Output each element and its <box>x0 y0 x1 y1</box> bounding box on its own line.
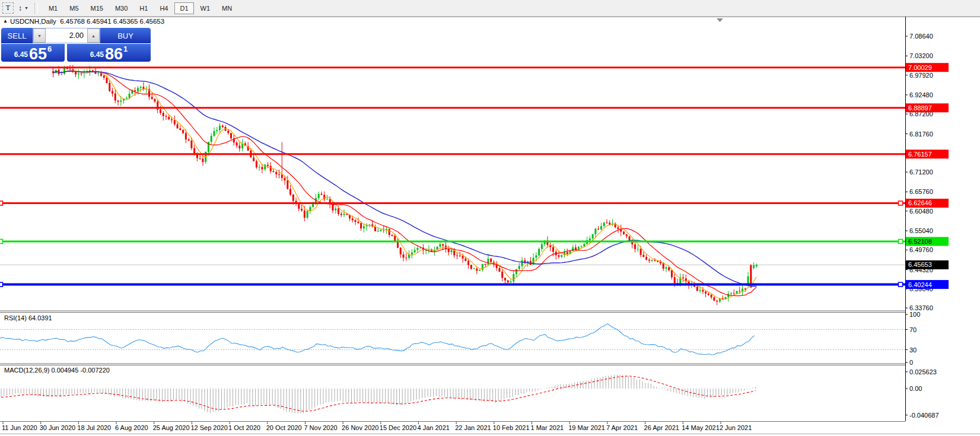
timeframe-button-m30[interactable]: M30 <box>110 2 133 14</box>
svg-text:6.81760: 6.81760 <box>909 131 933 138</box>
horizontal-line-6.62646[interactable] <box>0 201 905 205</box>
timeframe-button-mn[interactable]: MN <box>217 2 237 14</box>
svg-text:6.60480: 6.60480 <box>909 208 933 215</box>
svg-text:0.00: 0.00 <box>909 385 922 392</box>
spin-down-icon: ▼ <box>37 34 42 38</box>
svg-text:14 May 2021: 14 May 2021 <box>682 424 720 431</box>
svg-text:70: 70 <box>909 326 917 333</box>
window-frame <box>0 17 980 421</box>
ohlc-values: 6.45768 6.45941 6.45365 6.45653 <box>60 18 164 25</box>
svg-text:6.40244: 6.40244 <box>908 281 932 288</box>
svg-text:1 Oct 2020: 1 Oct 2020 <box>228 424 260 431</box>
timeframe-button-h4[interactable]: H4 <box>154 2 173 14</box>
svg-text:6.52108: 6.52108 <box>908 238 932 245</box>
svg-text:1 Mar 2021: 1 Mar 2021 <box>531 424 564 431</box>
date-axis: 11 Jun 202030 Jun 202018 Jul 20206 Aug 2… <box>2 422 752 431</box>
volume-decrease-button[interactable]: ▼ <box>33 28 46 43</box>
svg-text:0.025623: 0.025623 <box>909 368 937 375</box>
svg-text:15 Dec 2020: 15 Dec 2020 <box>380 424 416 431</box>
svg-text:6.62646: 6.62646 <box>908 199 932 206</box>
volume-input[interactable] <box>46 28 87 43</box>
svg-text:2 Jun 2021: 2 Jun 2021 <box>720 424 752 431</box>
volume-increase-button[interactable]: ▲ <box>87 28 100 43</box>
svg-text:19 Mar 2021: 19 Mar 2021 <box>568 424 605 431</box>
buy-price-point: 1 <box>123 44 128 53</box>
candlesticks <box>52 65 758 305</box>
price-axis: 7.086407.032006.979206.924806.872006.817… <box>905 33 949 419</box>
chart-title: ▲USDCNH,Daily 6.45768 6.45941 6.45365 6.… <box>3 18 164 25</box>
svg-text:26 Apr 2021: 26 Apr 2021 <box>644 424 679 431</box>
buy-price-base: 6.45 <box>90 50 104 59</box>
svg-text:6 Aug 2020: 6 Aug 2020 <box>115 424 148 431</box>
ma-slow-line <box>53 71 757 287</box>
timeframe-button-m15[interactable]: M15 <box>85 2 109 14</box>
svg-text:6.92480: 6.92480 <box>909 91 933 98</box>
svg-text:18 Jul 2020: 18 Jul 2020 <box>77 424 111 431</box>
sell-button-label: SELL <box>8 31 27 40</box>
one-click-trading-panel: SELL ▼ ▲ BUY 6.45 65 6 6.45 86 1 <box>1 28 151 62</box>
chart-canvas[interactable]: 7.086407.032006.979206.924806.872006.817… <box>0 0 980 436</box>
text-tool-button[interactable]: T <box>2 2 14 14</box>
sell-price-point: 6 <box>47 44 52 53</box>
svg-text:7 Apr 2021: 7 Apr 2021 <box>606 424 638 431</box>
svg-text:7.00029: 7.00029 <box>908 64 932 71</box>
svg-text:6.49760: 6.49760 <box>909 246 933 253</box>
svg-text:6.97920: 6.97920 <box>909 72 933 79</box>
timeframe-button-w1[interactable]: W1 <box>195 2 216 14</box>
buy-button-label: BUY <box>117 31 133 40</box>
sell-price-base: 6.45 <box>14 50 28 59</box>
toolbar: T ↕ ▼ M1M5M15M30H1H4D1W1MN <box>0 0 980 17</box>
svg-text:4 Jan 2021: 4 Jan 2021 <box>417 424 449 431</box>
svg-text:20 Oct 2020: 20 Oct 2020 <box>266 424 302 431</box>
collapse-marker-icon: ▲ <box>3 18 8 24</box>
svg-text:6.65760: 6.65760 <box>909 188 933 195</box>
svg-text:6.76157: 6.76157 <box>908 151 932 158</box>
chart-shift-marker[interactable] <box>717 18 723 22</box>
arrows-tool-button[interactable]: ↕ ▼ <box>18 4 28 12</box>
svg-text:6.71200: 6.71200 <box>909 168 933 176</box>
svg-text:10 Feb 2021: 10 Feb 2021 <box>493 424 530 431</box>
rsi-pane <box>0 324 905 355</box>
svg-text:25 Aug 2020: 25 Aug 2020 <box>153 424 190 431</box>
svg-text:7 Nov 2020: 7 Nov 2020 <box>304 424 337 431</box>
rsi-line <box>0 324 755 355</box>
svg-text:26 Nov 2020: 26 Nov 2020 <box>342 424 378 431</box>
svg-text:0: 0 <box>909 359 913 366</box>
symbol-period-label: USDCNH,Daily <box>10 18 56 25</box>
svg-text:-0.040687: -0.040687 <box>909 412 939 419</box>
horizontal-lines[interactable] <box>0 68 905 287</box>
svg-text:7.03200: 7.03200 <box>909 52 933 59</box>
ma-mid-line <box>53 71 757 296</box>
svg-text:6.45653: 6.45653 <box>908 261 932 268</box>
horizontal-line-6.40244[interactable] <box>0 282 905 287</box>
svg-text:12 Sep 2020: 12 Sep 2020 <box>190 424 227 431</box>
buy-price-pips: 86 <box>105 47 123 61</box>
sell-price-pips: 65 <box>29 47 47 61</box>
timeframe-buttons: M1M5M15M30H1H4D1W1MN <box>43 2 238 14</box>
macd-indicator-label: MACD(12,26,9) 0.004945 -0.007220 <box>4 367 110 374</box>
svg-text:22 Jan 2021: 22 Jan 2021 <box>455 424 491 431</box>
text-tool-icon: T <box>6 4 10 12</box>
sell-button[interactable]: SELL <box>1 28 33 43</box>
volume-control: ▼ ▲ <box>33 28 100 43</box>
svg-text:7.08640: 7.08640 <box>909 33 933 40</box>
svg-text:100: 100 <box>909 311 920 318</box>
timeframe-button-m1[interactable]: M1 <box>43 2 63 14</box>
spin-up-icon: ▲ <box>91 34 96 38</box>
arrows-icon: ↕ <box>18 4 22 12</box>
timeframe-button-m5[interactable]: M5 <box>64 2 84 14</box>
horizontal-line-6.52108[interactable] <box>0 239 905 243</box>
svg-text:11 Jun 2020: 11 Jun 2020 <box>2 424 37 431</box>
buy-price[interactable]: 6.45 86 1 <box>67 44 151 62</box>
macd-pane <box>1 374 756 413</box>
toolbar-separator <box>34 3 38 14</box>
svg-text:30 Jun 2020: 30 Jun 2020 <box>40 424 76 431</box>
timeframe-button-h1[interactable]: H1 <box>134 2 153 14</box>
rsi-indicator-label: RSI(14) 64.0391 <box>4 314 52 322</box>
chevron-down-icon: ▼ <box>24 6 28 10</box>
svg-text:6.88897: 6.88897 <box>908 104 932 112</box>
timeframe-button-d1[interactable]: D1 <box>174 2 193 14</box>
sell-price[interactable]: 6.45 65 6 <box>1 44 65 62</box>
buy-button[interactable]: BUY <box>100 28 151 43</box>
svg-text:6.55040: 6.55040 <box>909 227 933 234</box>
